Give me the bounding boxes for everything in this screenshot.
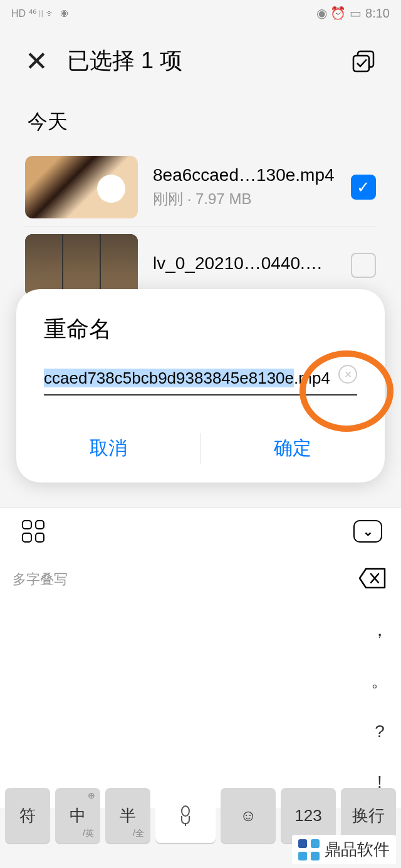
cancel-button[interactable]: 取消 bbox=[16, 427, 200, 470]
header-bar: ✕ 已选择 1 项 bbox=[0, 26, 401, 89]
watermark-logo-icon bbox=[298, 839, 320, 860]
file-meta: 刚刚 · 7.97 MB bbox=[153, 189, 336, 209]
kb-symbol-period[interactable]: 。 bbox=[358, 655, 401, 706]
backspace-icon[interactable] bbox=[356, 565, 388, 594]
status-bar: HD ⁴⁶ ⫴ ᯤ ⦿ ◉ ⏰ ▭ 8:10 bbox=[0, 0, 401, 26]
file-thumbnail bbox=[25, 156, 138, 218]
rename-dialog: 重命名 ccaed738c5bcb9d9383845e8130e.mp4 ✕ 取… bbox=[16, 289, 385, 483]
keyboard-area[interactable]: ， 。 ? ! bbox=[0, 605, 401, 808]
file-list: 8ea6ccaed…130e.mp4 刚刚 · 7.97 MB ✓ lv_0_2… bbox=[0, 148, 401, 304]
globe-icon: ⊕ bbox=[88, 790, 95, 800]
clear-input-icon[interactable]: ✕ bbox=[338, 365, 357, 384]
svg-rect-1 bbox=[353, 56, 369, 71]
section-today: 今天 bbox=[0, 89, 401, 148]
kb-symbol-comma[interactable]: ， bbox=[358, 605, 401, 655]
suggestion-bar: 多字叠写 bbox=[0, 554, 401, 605]
file-thumbnail bbox=[25, 234, 138, 297]
kb-key-space[interactable] bbox=[155, 788, 216, 843]
list-item[interactable]: 8ea6ccaed…130e.mp4 刚刚 · 7.97 MB ✓ bbox=[25, 148, 376, 227]
kb-key-language[interactable]: 中 ⊕ /英 bbox=[55, 788, 100, 843]
dialog-title: 重命名 bbox=[16, 314, 385, 364]
confirm-button[interactable]: 确定 bbox=[200, 427, 385, 470]
checkbox[interactable]: ✓ bbox=[351, 175, 376, 200]
checkbox[interactable] bbox=[351, 253, 376, 278]
file-name: 8ea6ccaed…130e.mp4 bbox=[153, 165, 336, 185]
watermark-text: 鼎品软件 bbox=[325, 839, 390, 860]
rename-input[interactable]: ccaed738c5bcb9d9383845e8130e.mp4 bbox=[44, 364, 357, 396]
status-time: 8:10 bbox=[365, 6, 390, 21]
keyboard-collapse-icon[interactable]: ⌄ bbox=[353, 517, 382, 546]
status-indicators-right: ◉ ⏰ ▭ bbox=[316, 6, 362, 21]
status-indicators-left: HD ⁴⁶ ⫴ ᯤ ⦿ bbox=[11, 8, 69, 19]
close-icon[interactable]: ✕ bbox=[25, 45, 48, 77]
kb-key-emoji[interactable]: ☺ bbox=[221, 788, 276, 843]
keyboard-toolbar: ⌄ bbox=[0, 507, 401, 554]
kb-key-width[interactable]: 半 /全 bbox=[105, 788, 150, 843]
watermark: 鼎品软件 bbox=[292, 835, 396, 864]
keyboard-grid-icon[interactable] bbox=[19, 517, 48, 546]
kb-key-symbol[interactable]: 符 bbox=[5, 788, 50, 843]
select-all-icon[interactable] bbox=[351, 49, 376, 74]
suggestion-text[interactable]: 多字叠写 bbox=[13, 570, 356, 589]
kb-symbol-question[interactable]: ? bbox=[358, 707, 401, 757]
svg-point-2 bbox=[182, 806, 189, 816]
page-title: 已选择 1 项 bbox=[67, 46, 351, 76]
file-name: lv_0_20210…0440.mp4 bbox=[153, 253, 336, 273]
handwriting-area[interactable] bbox=[0, 605, 358, 808]
